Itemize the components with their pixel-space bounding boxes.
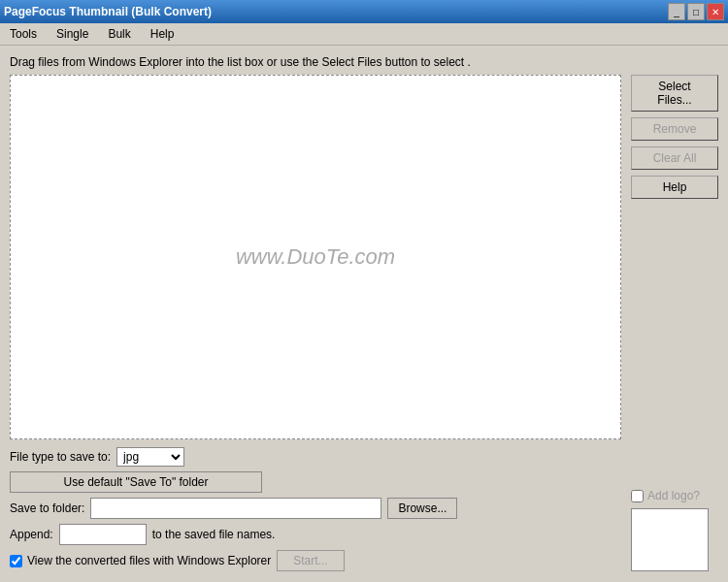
append-input[interactable]: [59, 524, 147, 545]
content-area: www.DuoTe.com File type to save to: jpg …: [10, 75, 718, 571]
file-list-box[interactable]: www.DuoTe.com: [10, 75, 621, 439]
append-label: Append:: [10, 528, 53, 541]
menu-single[interactable]: Single: [50, 25, 94, 43]
browse-button[interactable]: Browse...: [387, 498, 457, 519]
minimize-button[interactable]: _: [668, 3, 685, 20]
close-button[interactable]: ✕: [707, 3, 724, 20]
right-panel: Select Files... Remove Clear All Help Ad…: [631, 75, 718, 571]
right-panel-spacer: [631, 205, 718, 479]
file-type-row: File type to save to: jpg png bmp gif ti…: [10, 447, 621, 467]
add-logo-checkbox[interactable]: [631, 490, 644, 502]
menu-bar: Tools Single Bulk Help: [0, 23, 728, 46]
append-row: Append: to the saved file names.: [10, 524, 621, 545]
folder-input[interactable]: [90, 498, 381, 519]
add-logo-row: Add logo?: [631, 489, 718, 502]
select-files-button[interactable]: Select Files...: [631, 75, 718, 112]
file-list-section: www.DuoTe.com File type to save to: jpg …: [10, 75, 621, 571]
view-checkbox-row: View the converted files with Windows Ex…: [10, 554, 271, 567]
append-suffix: to the saved file names.: [152, 528, 276, 541]
save-to-label: Save to folder:: [10, 501, 84, 515]
save-to-row: Save to folder: Browse...: [10, 498, 621, 519]
file-type-select[interactable]: jpg png bmp gif tiff: [116, 447, 184, 467]
clear-all-button[interactable]: Clear All: [631, 146, 718, 170]
view-label: View the converted files with Windows Ex…: [27, 554, 271, 567]
main-window: Drag files from Windows Explorer into th…: [0, 46, 728, 581]
title-bar: PageFocus Thumbnail (Bulk Convert) _ □ ✕: [0, 0, 728, 23]
menu-help[interactable]: Help: [145, 25, 181, 43]
bottom-controls: File type to save to: jpg png bmp gif ti…: [10, 447, 621, 571]
remove-button[interactable]: Remove: [631, 117, 718, 141]
logo-preview-box: [631, 508, 709, 571]
help-button[interactable]: Help: [631, 176, 718, 199]
start-row: View the converted files with Windows Ex…: [10, 550, 621, 571]
watermark-text: www.DuoTe.com: [236, 244, 395, 270]
default-folder-row: Use default "Save To" folder: [10, 471, 621, 493]
instruction-text: Drag files from Windows Explorer into th…: [10, 55, 718, 69]
default-folder-button[interactable]: Use default "Save To" folder: [10, 471, 262, 493]
menu-tools[interactable]: Tools: [4, 25, 43, 43]
title-bar-buttons: _ □ ✕: [668, 3, 724, 20]
add-logo-label: Add logo?: [647, 489, 700, 502]
file-type-label: File type to save to:: [10, 450, 111, 464]
menu-bulk[interactable]: Bulk: [102, 25, 136, 43]
view-checkbox[interactable]: [10, 555, 22, 567]
window-title: PageFocus Thumbnail (Bulk Convert): [4, 5, 212, 18]
maximize-button[interactable]: □: [687, 3, 705, 20]
start-button[interactable]: Start...: [277, 550, 344, 571]
